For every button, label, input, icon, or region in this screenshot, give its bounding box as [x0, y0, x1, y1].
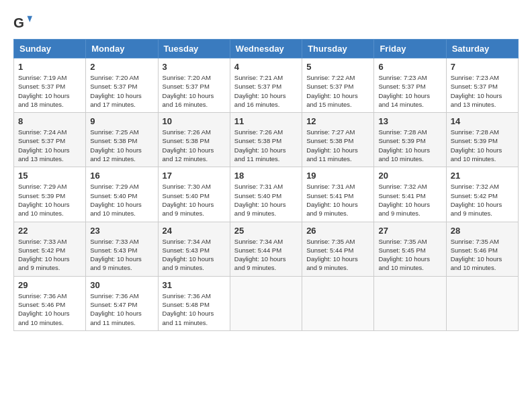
day-number: 9: [90, 116, 153, 126]
header-monday: Monday: [86, 40, 158, 58]
calendar-cell: [230, 276, 302, 330]
day-info: Sunrise: 7:36 AMSunset: 5:47 PMDaylight:…: [90, 291, 153, 327]
day-info: Sunrise: 7:19 AMSunset: 5:37 PMDaylight:…: [18, 73, 81, 109]
calendar-cell: 17 Sunrise: 7:30 AMSunset: 5:40 PMDaylig…: [158, 167, 230, 222]
day-info: Sunrise: 7:36 AMSunset: 5:46 PMDaylight:…: [18, 291, 81, 327]
calendar-cell: 16 Sunrise: 7:29 AMSunset: 5:40 PMDaylig…: [86, 167, 158, 222]
header-sunday: Sunday: [14, 40, 86, 58]
calendar-cell: [302, 276, 374, 330]
day-number: 5: [306, 62, 369, 72]
day-info: Sunrise: 7:20 AMSunset: 5:37 PMDaylight:…: [163, 73, 226, 109]
day-info: Sunrise: 7:31 AMSunset: 5:40 PMDaylight:…: [234, 182, 298, 218]
page-header: G: [13, 13, 519, 32]
day-info: Sunrise: 7:20 AMSunset: 5:37 PMDaylight:…: [90, 73, 153, 109]
day-number: 13: [378, 116, 441, 126]
calendar-cell: 9 Sunrise: 7:25 AMSunset: 5:38 PMDayligh…: [86, 113, 158, 167]
calendar-cell: 7 Sunrise: 7:23 AMSunset: 5:37 PMDayligh…: [446, 58, 518, 113]
day-info: Sunrise: 7:29 AMSunset: 5:39 PMDaylight:…: [18, 182, 81, 218]
calendar-week-row: 15 Sunrise: 7:29 AMSunset: 5:39 PMDaylig…: [14, 167, 519, 222]
calendar-cell: 24 Sunrise: 7:34 AMSunset: 5:43 PMDaylig…: [158, 222, 230, 276]
calendar-cell: 19 Sunrise: 7:31 AMSunset: 5:41 PMDaylig…: [302, 167, 374, 222]
day-info: Sunrise: 7:33 AMSunset: 5:43 PMDaylight:…: [90, 237, 153, 273]
calendar-cell: 1 Sunrise: 7:19 AMSunset: 5:37 PMDayligh…: [14, 58, 86, 113]
calendar-cell: 30 Sunrise: 7:36 AMSunset: 5:47 PMDaylig…: [86, 276, 158, 330]
day-info: Sunrise: 7:35 AMSunset: 5:45 PMDaylight:…: [378, 237, 441, 273]
calendar-cell: 11 Sunrise: 7:26 AMSunset: 5:38 PMDaylig…: [230, 113, 302, 167]
calendar-cell: 28 Sunrise: 7:35 AMSunset: 5:46 PMDaylig…: [446, 222, 518, 276]
day-info: Sunrise: 7:32 AMSunset: 5:42 PMDaylight:…: [451, 182, 514, 218]
header-tuesday: Tuesday: [158, 40, 230, 58]
calendar-cell: 26 Sunrise: 7:35 AMSunset: 5:44 PMDaylig…: [302, 222, 374, 276]
day-number: 21: [451, 171, 514, 181]
day-number: 28: [451, 226, 514, 236]
header-saturday: Saturday: [446, 40, 518, 58]
day-info: Sunrise: 7:34 AMSunset: 5:44 PMDaylight:…: [234, 237, 298, 273]
day-number: 3: [163, 62, 226, 72]
day-info: Sunrise: 7:35 AMSunset: 5:46 PMDaylight:…: [451, 237, 514, 273]
header-thursday: Thursday: [302, 40, 374, 58]
calendar-cell: 22 Sunrise: 7:33 AMSunset: 5:42 PMDaylig…: [14, 222, 86, 276]
day-number: 14: [451, 116, 514, 126]
svg-marker-1: [28, 16, 32, 22]
calendar-cell: 27 Sunrise: 7:35 AMSunset: 5:45 PMDaylig…: [374, 222, 446, 276]
day-number: 20: [378, 171, 441, 181]
calendar-cell: [446, 276, 518, 330]
day-info: Sunrise: 7:24 AMSunset: 5:37 PMDaylight:…: [18, 128, 81, 163]
calendar-cell: 23 Sunrise: 7:33 AMSunset: 5:43 PMDaylig…: [86, 222, 158, 276]
day-info: Sunrise: 7:26 AMSunset: 5:38 PMDaylight:…: [163, 128, 226, 163]
day-number: 27: [378, 226, 441, 236]
day-number: 23: [90, 226, 153, 236]
calendar-cell: 14 Sunrise: 7:28 AMSunset: 5:39 PMDaylig…: [446, 113, 518, 167]
calendar-cell: 2 Sunrise: 7:20 AMSunset: 5:37 PMDayligh…: [86, 58, 158, 113]
day-number: 4: [234, 62, 298, 72]
calendar-cell: 5 Sunrise: 7:22 AMSunset: 5:37 PMDayligh…: [302, 58, 374, 113]
day-info: Sunrise: 7:28 AMSunset: 5:39 PMDaylight:…: [451, 128, 514, 163]
day-info: Sunrise: 7:21 AMSunset: 5:37 PMDaylight:…: [234, 73, 298, 109]
day-number: 22: [18, 226, 81, 236]
header-friday: Friday: [374, 40, 446, 58]
calendar-cell: 4 Sunrise: 7:21 AMSunset: 5:37 PMDayligh…: [230, 58, 302, 113]
calendar-cell: 29 Sunrise: 7:36 AMSunset: 5:46 PMDaylig…: [14, 276, 86, 330]
header-wednesday: Wednesday: [230, 40, 302, 58]
calendar-header-row: SundayMondayTuesdayWednesdayThursdayFrid…: [14, 40, 519, 58]
calendar-cell: 21 Sunrise: 7:32 AMSunset: 5:42 PMDaylig…: [446, 167, 518, 222]
day-info: Sunrise: 7:26 AMSunset: 5:38 PMDaylight:…: [234, 128, 298, 163]
calendar-cell: 12 Sunrise: 7:27 AMSunset: 5:38 PMDaylig…: [302, 113, 374, 167]
calendar-cell: 8 Sunrise: 7:24 AMSunset: 5:37 PMDayligh…: [14, 113, 86, 167]
day-info: Sunrise: 7:29 AMSunset: 5:40 PMDaylight:…: [90, 182, 153, 218]
day-number: 11: [234, 116, 298, 126]
calendar-cell: 20 Sunrise: 7:32 AMSunset: 5:41 PMDaylig…: [374, 167, 446, 222]
calendar-table: SundayMondayTuesdayWednesdayThursdayFrid…: [13, 39, 519, 331]
calendar-cell: 15 Sunrise: 7:29 AMSunset: 5:39 PMDaylig…: [14, 167, 86, 222]
day-info: Sunrise: 7:35 AMSunset: 5:44 PMDaylight:…: [306, 237, 369, 273]
calendar-cell: 31 Sunrise: 7:36 AMSunset: 5:48 PMDaylig…: [158, 276, 230, 330]
day-info: Sunrise: 7:28 AMSunset: 5:39 PMDaylight:…: [378, 128, 441, 163]
day-number: 25: [234, 226, 298, 236]
calendar-week-row: 1 Sunrise: 7:19 AMSunset: 5:37 PMDayligh…: [14, 58, 519, 113]
day-number: 30: [90, 280, 153, 290]
day-number: 17: [163, 171, 226, 181]
calendar-week-row: 29 Sunrise: 7:36 AMSunset: 5:46 PMDaylig…: [14, 276, 519, 330]
day-number: 10: [163, 116, 226, 126]
calendar-cell: 18 Sunrise: 7:31 AMSunset: 5:40 PMDaylig…: [230, 167, 302, 222]
day-number: 15: [18, 171, 81, 181]
day-info: Sunrise: 7:27 AMSunset: 5:38 PMDaylight:…: [306, 128, 369, 163]
calendar-week-row: 8 Sunrise: 7:24 AMSunset: 5:37 PMDayligh…: [14, 113, 519, 167]
calendar-cell: [374, 276, 446, 330]
day-number: 6: [378, 62, 441, 72]
logo-icon: G: [13, 13, 32, 32]
day-number: 26: [306, 226, 369, 236]
calendar-cell: 3 Sunrise: 7:20 AMSunset: 5:37 PMDayligh…: [158, 58, 230, 113]
day-info: Sunrise: 7:34 AMSunset: 5:43 PMDaylight:…: [163, 237, 226, 273]
calendar-week-row: 22 Sunrise: 7:33 AMSunset: 5:42 PMDaylig…: [14, 222, 519, 276]
day-number: 19: [306, 171, 369, 181]
day-info: Sunrise: 7:30 AMSunset: 5:40 PMDaylight:…: [163, 182, 226, 218]
day-number: 2: [90, 62, 153, 72]
calendar-cell: 13 Sunrise: 7:28 AMSunset: 5:39 PMDaylig…: [374, 113, 446, 167]
svg-text:G: G: [13, 15, 24, 30]
day-info: Sunrise: 7:23 AMSunset: 5:37 PMDaylight:…: [451, 73, 514, 109]
logo: G: [13, 13, 35, 32]
day-number: 12: [306, 116, 369, 126]
calendar-cell: 25 Sunrise: 7:34 AMSunset: 5:44 PMDaylig…: [230, 222, 302, 276]
day-info: Sunrise: 7:23 AMSunset: 5:37 PMDaylight:…: [378, 73, 441, 109]
